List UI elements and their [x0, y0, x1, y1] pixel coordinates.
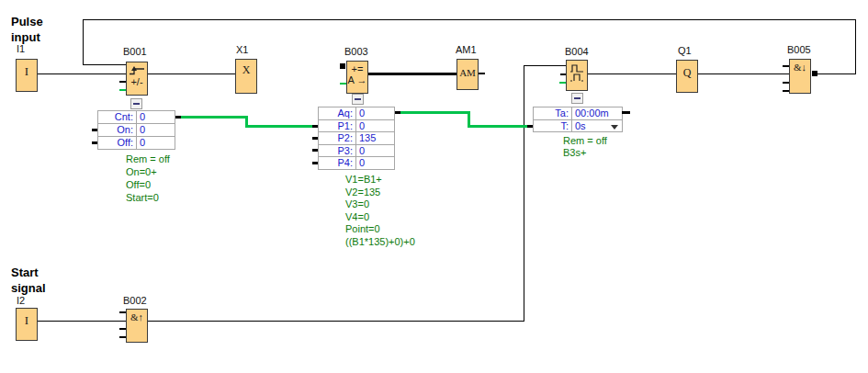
digital-input-icon: I [17, 313, 37, 328]
param-value-aq[interactable]: 0 [356, 107, 394, 119]
b003-p1-input-stub [312, 125, 318, 128]
param-value-p1[interactable]: 0 [356, 120, 394, 132]
param-label: Off: [98, 137, 137, 149]
param-box-b003: Aq: 0 P1: 0 P2: 135 P3: 0 P4: 0 [318, 107, 395, 170]
collapse-button-b001[interactable] [130, 98, 142, 109]
analog-flag-icon: AM [457, 67, 478, 78]
start-signal-title: Start signal [11, 265, 46, 296]
param-label: P2: [319, 132, 356, 144]
block-label-i1: I1 [17, 43, 25, 54]
green-wire-b003-b004-seg1[interactable] [400, 111, 470, 114]
and-rising-edge-block-b002[interactable]: &↑ [126, 309, 148, 343]
and-falling-edge-block-b005[interactable]: &↓ [789, 59, 811, 94]
b001-off-input-stub [92, 141, 97, 144]
wire-b003-am1-analog[interactable] [368, 73, 457, 75]
param-value-t[interactable]: 0s [572, 120, 622, 131]
param-label: Ta: [534, 107, 572, 119]
pulse-input-icon [569, 73, 584, 82]
b003-input-marker [340, 63, 345, 69]
block-label-b002: B002 [123, 295, 147, 306]
b002-input3-stub [119, 328, 126, 330]
feedback-wire-right-vertical[interactable] [855, 19, 856, 74]
block-label-x1: X1 [236, 44, 248, 55]
b003-p4-input-stub [312, 162, 318, 164]
wire-q1-b005[interactable] [698, 73, 789, 74]
b003-p2-input-stub [312, 137, 318, 140]
block-label-b003: B003 [344, 46, 368, 57]
block-label-b005: B005 [787, 44, 811, 55]
analog-arrow-icon: A → [347, 74, 367, 85]
param-label: P3: [319, 145, 356, 157]
pulse-input-title: Pulse input [11, 14, 43, 45]
param-value-on[interactable]: 0 [137, 124, 175, 136]
output-block-q1[interactable]: Q [676, 60, 698, 93]
b005-output-marker [812, 71, 817, 76]
wire-b002-vertical[interactable] [524, 65, 524, 322]
b003-parameter-notes: V1=B1+ V2=135 V3=0 V4=0 Point=0 ((B1*135… [345, 174, 415, 248]
b001-parameter-notes: Rem = off On=0+ Off=0 Start=0 [126, 153, 170, 204]
digital-input-icon: I [17, 64, 37, 79]
green-wire-b001-b003-seg1[interactable] [180, 116, 248, 119]
feedback-wire-right[interactable] [817, 73, 856, 74]
block-label-q1: Q1 [678, 45, 692, 56]
block-label-i2: I2 [17, 295, 25, 306]
param-value-p3[interactable]: 0 [356, 145, 394, 157]
param-box-b001: Cnt: 0 On: 0 Off: 0 [97, 110, 175, 150]
b004-param-stub [559, 82, 566, 84]
param-value-cnt[interactable]: 0 [137, 111, 175, 123]
wire-b002-out[interactable] [148, 321, 524, 322]
math-plus-equals-icon: += [347, 64, 367, 74]
param-label: P1: [319, 120, 356, 132]
green-wire-b001-b003-seg3[interactable] [245, 125, 313, 128]
b004-parameter-notes: Rem = off B3s+ [563, 135, 607, 159]
wire-b004-q1[interactable] [588, 73, 676, 74]
collapse-button-b003[interactable] [352, 94, 364, 105]
wire-b002-into-b004[interactable] [524, 65, 566, 66]
open-connector-icon: X [236, 63, 256, 77]
param-label: Aq: [319, 107, 356, 119]
param-value-off[interactable]: 0 [137, 137, 175, 149]
feedback-wire-into-b001[interactable] [83, 64, 127, 65]
b003-param-stub [340, 83, 346, 85]
dropdown-arrow-icon[interactable] [611, 125, 618, 130]
wire-i2-b002[interactable] [38, 321, 126, 322]
input-block-i1[interactable]: I [16, 59, 38, 92]
and-rising-edge-icon: &↑ [127, 311, 147, 322]
param-label: On: [98, 124, 137, 136]
b003-p3-input-stub [312, 149, 318, 152]
wire-b001-x1[interactable] [148, 73, 235, 74]
param-value-ta[interactable]: 00:00m [572, 107, 622, 119]
wiping-relay-block-b004[interactable] [566, 60, 588, 91]
param-label: T: [534, 120, 572, 131]
open-connector-block-x1[interactable]: X [235, 59, 257, 94]
rising-edge-icon [129, 65, 145, 75]
digital-output-icon: Q [677, 66, 697, 80]
b001-input3-stub [119, 81, 126, 83]
b005-input3-stub [783, 82, 789, 84]
param-value-p4[interactable]: 0 [356, 157, 394, 169]
b002-input1-stub [119, 311, 126, 313]
wire-i1-b001[interactable] [38, 73, 126, 74]
analog-flag-block-am1[interactable]: AM [457, 59, 479, 90]
fbd-canvas: Pulse input Start signal I1 B001 X1 [0, 0, 868, 373]
updown-counter-block-b001[interactable]: +/- [126, 62, 148, 96]
plus-minus-icon: +/- [127, 76, 147, 87]
green-wire-b003-b004-seg3[interactable] [468, 125, 528, 128]
b002-input4-stub [119, 336, 126, 338]
feedback-wire-left-vertical[interactable] [83, 19, 84, 65]
param-label: P4: [319, 157, 356, 169]
block-label-b004: B004 [565, 46, 589, 57]
block-label-am1: AM1 [456, 44, 477, 55]
b004-t-input-stub [527, 125, 533, 128]
am1-output-stub [479, 73, 485, 74]
input-block-i2[interactable]: I [16, 308, 38, 341]
math-instruction-block-b003[interactable]: += A → [346, 61, 368, 94]
b001-param-stub [119, 89, 126, 91]
param-value-p2[interactable]: 135 [356, 132, 394, 144]
b001-cnt-output-stub [175, 116, 181, 119]
feedback-wire-top[interactable] [83, 19, 856, 20]
collapse-button-b004[interactable] [571, 93, 583, 104]
b001-on-input-stub [92, 129, 97, 131]
b005-input1-stub [783, 65, 789, 67]
b003-aq-output-stub [395, 111, 400, 114]
